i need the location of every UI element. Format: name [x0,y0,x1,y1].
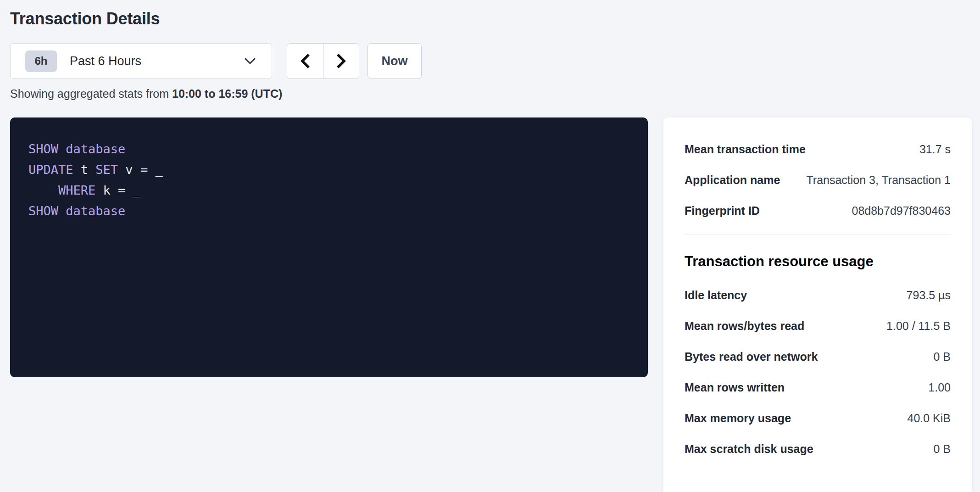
stat-label: Mean rows/bytes read [685,319,813,333]
aggregation-subtitle: Showing aggregated stats from 10:00 to 1… [10,87,972,101]
stat-label: Max scratch disk usage [685,442,823,456]
transaction-details-page: Transaction Details 6h Past 6 Hours Now … [0,0,980,492]
sql-token: v = _ [118,162,163,177]
stat-label: Mean rows written [685,380,794,394]
subtitle-range: 10:00 to 16:59 (UTC) [172,87,282,100]
now-button[interactable]: Now [368,43,422,79]
stat-label: Application name [685,173,789,187]
resource-rows: Idle latency 793.5 µs Mean rows/bytes re… [685,288,951,456]
sql-line: SHOW database [28,139,629,159]
sql-token: t [73,162,96,177]
stat-label: Bytes read over network [685,350,827,363]
transaction-summary-panel: Mean transaction time 31.7 s Application… [663,117,972,492]
stat-label: Mean transaction time [685,142,815,156]
time-range-dropdown[interactable]: 6h Past 6 Hours [10,43,272,79]
summary-rows: Mean transaction time 31.7 s Application… [685,142,951,218]
stat-row: Fingerprint ID 08d8b7d97f830463 [685,204,951,218]
sql-statement-box: SHOW databaseUPDATE t SET v = _ WHERE k … [10,117,648,377]
prev-time-button[interactable] [287,44,323,78]
stat-value: 31.7 s [919,142,951,156]
sql-line: WHERE k = _ [28,180,629,201]
stat-row: Mean rows written 1.00 [685,380,951,394]
stat-row: Bytes read over network 0 B [685,350,951,363]
sql-line: SHOW database [28,201,629,221]
sql-token: k = _ [95,183,140,197]
chevron-left-icon [299,54,311,68]
stat-label: Idle latency [685,288,756,302]
sql-token: SHOW database [28,204,125,218]
stat-row: Max scratch disk usage 0 B [685,442,951,456]
sql-token: SHOW database [28,142,125,156]
stat-label: Fingerprint ID [685,204,769,218]
stat-row: Mean rows/bytes read 1.00 / 11.5 B [685,319,951,333]
time-range-label: Past 6 Hours [70,54,141,68]
stat-value: 0 B [933,442,951,456]
sql-token: SET [95,162,118,177]
stat-value: 0 B [933,350,951,363]
sql-token: UPDATE [28,162,73,177]
main-content: SHOW databaseUPDATE t SET v = _ WHERE k … [10,117,972,492]
sql-token: WHERE [58,183,95,197]
sql-line: UPDATE t SET v = _ [28,159,629,180]
sql-code: SHOW databaseUPDATE t SET v = _ WHERE k … [28,139,629,221]
stat-value: 08d8b7d97f830463 [852,204,951,218]
resource-usage-heading: Transaction resource usage [685,253,951,270]
stat-row: Application name Transaction 3, Transact… [685,173,951,187]
stat-value: 1.00 / 11.5 B [886,319,951,333]
stat-value: 40.0 KiB [907,411,951,425]
panel-divider [685,235,951,235]
chevron-down-icon [244,57,256,65]
stat-value: 1.00 [928,380,951,394]
time-nav-group [287,43,359,79]
time-range-badge: 6h [25,50,57,72]
stat-label: Max memory usage [685,411,800,425]
stat-row: Max memory usage 40.0 KiB [685,411,951,425]
stat-row: Idle latency 793.5 µs [685,288,951,302]
next-time-button[interactable] [323,44,359,78]
time-controls: 6h Past 6 Hours Now [10,43,972,79]
chevron-right-icon [335,54,347,68]
page-title: Transaction Details [10,9,972,28]
stat-row: Mean transaction time 31.7 s [685,142,951,156]
sql-token [28,183,58,197]
stat-value: 793.5 µs [907,288,951,302]
subtitle-prefix: Showing aggregated stats from [10,87,172,100]
stat-value: Transaction 3, Transaction 1 [806,173,951,187]
